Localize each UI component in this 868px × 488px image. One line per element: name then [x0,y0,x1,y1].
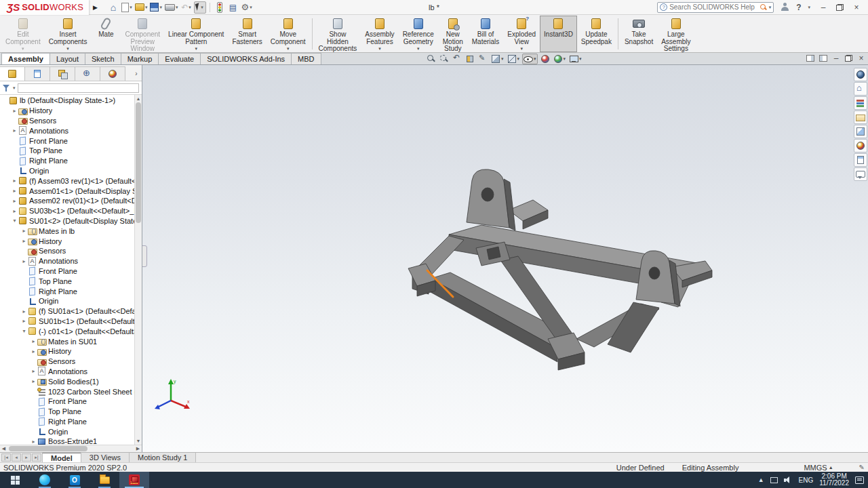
help-icon[interactable]: ? [796,3,801,12]
take-snapshot-button[interactable]: Take Snapshot [620,16,657,52]
tab-nav-icon[interactable]: |◂ [1,453,11,462]
tree-item[interactable]: 1023 Carbon Steel Sheet (SS) [0,386,134,396]
display-list-icon[interactable] [227,1,239,14]
taskpane-design-library-button[interactable] [854,96,867,110]
tree-item[interactable]: Top Plane [0,146,134,156]
expander-icon[interactable]: ▸ [30,378,37,384]
expander-icon[interactable]: ▸ [20,238,28,244]
tree-item[interactable]: ▸(f) Assem03 rev(1)<1> (Default<Display … [0,176,134,186]
update-speedpak-button[interactable]: Update Speedpak [577,16,616,52]
reference-geometry-button[interactable]: Reference Geometry▾ [399,16,438,52]
section-view-button[interactable] [465,54,475,64]
propertymanager-tab[interactable] [24,66,50,81]
view-settings-button[interactable]: ▾ [568,54,583,64]
tree-item[interactable]: ▸Annotations [0,256,134,266]
tree-item[interactable]: Top Plane [0,276,134,286]
bill-of-materials-button[interactable]: Bill of Materials [468,16,504,52]
tree-item[interactable]: ▸History [0,106,134,116]
doc-tab-motion-study-1[interactable]: Motion Study 1 [129,453,196,462]
tree-item[interactable]: Right Plane [0,156,134,166]
show-hidden-button[interactable]: Show Hidden Components [315,16,361,52]
tree-item[interactable]: Sensors [0,246,134,256]
view-orientation-button[interactable]: ▾ [490,54,505,64]
tree-vertical-scrollbar[interactable]: ▲ ▼ [134,95,142,445]
home-icon[interactable] [107,1,119,14]
tab-assembly[interactable]: Assembly [1,53,50,64]
expander-icon[interactable]: ▸ [30,338,37,344]
tree-item[interactable]: ▸Annotations [0,367,134,377]
tab-mbd[interactable]: MBD [291,53,321,64]
tree-item[interactable]: Sensors [0,357,134,367]
doc-close-button[interactable]: × [857,54,865,63]
linear-pattern-button[interactable]: Linear Component Pattern▾ [164,16,228,52]
tree-item[interactable]: ▾(-) c01<1> (Default<<Default>_Display S… [0,326,134,336]
tree-item[interactable]: Front Plane [0,136,134,146]
tree-item[interactable]: ▸Assem02 rev(01)<1> (Default<Display Sta… [0,196,134,206]
tree-item[interactable]: Sensors [0,116,134,126]
expander-icon[interactable]: ▸ [20,228,28,234]
tree-item[interactable]: ▸Annotations [0,125,134,136]
taskbar-file-explorer[interactable] [90,472,119,488]
taskpane-appearances-scenes-button[interactable] [854,139,867,152]
tab-markup[interactable]: Markup [121,53,159,64]
tree-item[interactable]: ▸Mates in SU01 [0,336,134,346]
tree-item[interactable]: ▸Solid Bodies(1) [0,376,134,386]
selection-filter-icon[interactable] [214,1,226,14]
mate-button[interactable]: Mate [91,16,121,52]
zoom-to-fit-button[interactable] [426,54,437,64]
open-icon[interactable]: ▾ [134,1,149,14]
large-assembly-button[interactable]: Large Assembly Settings [657,16,694,52]
tab-sketch[interactable]: Sketch [85,53,121,64]
expander-icon[interactable]: ▸ [11,188,18,194]
configurationmanager-tab[interactable] [50,66,75,81]
hscroll-thumb[interactable] [9,446,87,451]
tree-item[interactable]: ▾SU01<2> (Default<Display State-1>) [0,216,134,226]
help-caret-icon[interactable]: ▾ [808,5,810,10]
toolbar-flyout-icon[interactable]: ▶ [93,4,98,11]
tree-horizontal-scrollbar[interactable]: ◀ ▶ [0,445,142,452]
hidden-icons-caret[interactable]: ▲ [758,476,764,483]
clock[interactable]: 2:06 PM 11/7/2022 [819,473,849,487]
smart-fasteners-button[interactable]: Smart Fasteners [228,16,266,52]
expander-icon[interactable]: ▸ [11,208,18,214]
insert-components-button[interactable]: Insert Components▾ [45,16,92,52]
expander-icon[interactable]: ▸ [30,348,37,354]
taskpane-custom-properties-button[interactable] [854,153,867,167]
taskbar-solidworks[interactable]: 2020 [119,472,149,488]
expander-icon[interactable]: ▸ [11,127,18,134]
tree-item[interactable]: Front Plane [0,396,134,407]
doc-minimize-button[interactable]: – [832,54,840,63]
search-input[interactable]: Search SOLIDWORKS Help [669,3,757,11]
taskpane-view-palette-button[interactable] [854,125,867,138]
display-style-button[interactable]: ▾ [507,54,521,64]
doc-restore-button[interactable] [845,55,852,62]
taskpane-solidworks-forum-button[interactable] [854,167,867,181]
expander-icon[interactable]: ▸ [11,198,18,204]
print-icon[interactable]: ▾ [164,1,179,14]
save-icon[interactable]: ▾ [149,1,163,14]
start-button[interactable] [0,472,30,488]
scroll-left-icon[interactable]: ◀ [0,446,7,451]
tree-item[interactable]: Front Plane [0,266,134,277]
tab-layout[interactable]: Layout [50,53,85,64]
search-caret-icon[interactable]: ▾ [769,5,772,10]
action-center-icon[interactable] [855,476,864,484]
edit-component-button[interactable]: Edit Component▾ [1,16,45,52]
dynamic-annotation-views-button[interactable] [477,54,488,64]
scroll-up-icon[interactable]: ▲ [136,95,141,102]
new-document-icon[interactable]: ▾ [121,1,133,14]
expander-icon[interactable]: ▸ [30,439,37,445]
minimize-button[interactable]: – [817,3,829,12]
tree-item[interactable]: Right Plane [0,417,134,427]
options-icon[interactable]: ▾ [241,1,253,14]
filter-caret-icon[interactable]: ▾ [13,85,16,91]
tree-item[interactable]: ▸SU01b<1> (Default<<Default>_Display Sta… [0,317,134,327]
tree-item[interactable]: ▸Mates in lb [0,226,134,236]
tree-item[interactable]: ▸(f) SU01a<1> (Default<<Default>_Display… [0,306,134,317]
expander-icon[interactable]: ▸ [20,318,28,324]
tree-item[interactable]: ▸Boss-Extrude1 [0,436,134,445]
taskpane-file-explorer-button[interactable] [854,110,867,124]
hide-show-items-button[interactable]: ▾ [522,54,538,64]
language-indicator[interactable]: ENG [799,476,814,484]
expander-icon[interactable]: ▸ [20,258,28,264]
